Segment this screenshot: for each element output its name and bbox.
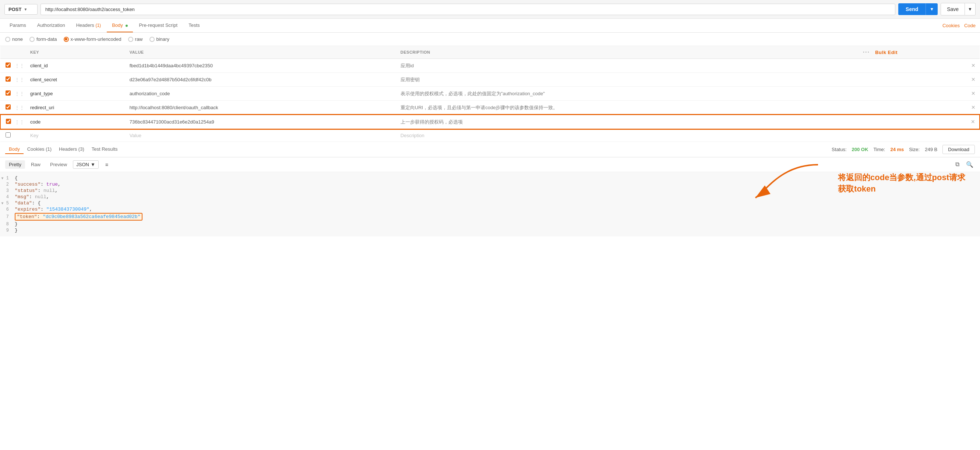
time-value: 24 ms [890,147,904,152]
resp-tab-raw[interactable]: Raw [27,160,44,169]
table-row: ⋮⋮code736bc834471000acd31e6e2d0a1254a9上一… [0,115,980,129]
bulk-edit-button[interactable]: Bulk Edit [875,50,897,55]
resp-tab-pretty[interactable]: Pretty [5,160,25,169]
size-label: Size: [909,147,920,152]
method-chevron-icon: ▼ [24,7,27,11]
status-value: 200 OK [852,147,869,152]
cookies-link[interactable]: Cookies [942,23,960,28]
response-icons: ⧉ 🔍 [954,160,975,170]
line-number: 4 [0,195,15,200]
row-delete-icon[interactable]: × [971,118,975,125]
tab-params[interactable]: Params [5,19,31,32]
key-placeholder: Key [30,133,38,138]
radio-none[interactable]: none [5,36,23,42]
save-arrow-button[interactable]: ▼ [965,3,975,16]
params-table: KEY VALUE DESCRIPTION ··· Bulk Edit ⋮⋮cl… [0,46,980,142]
row-key: code [26,115,125,129]
response-format-toolbar: Pretty Raw Preview JSON ▼ ≡ ⧉ 🔍 [0,157,980,172]
tab-prerequest[interactable]: Pre-request Script [134,19,183,32]
radio-urlencoded[interactable]: x-www-form-urlencoded [64,36,121,42]
line-content: } [15,221,18,227]
row-delete-icon[interactable]: × [971,76,975,83]
row-key: client_id [26,59,125,73]
row-checkbox[interactable] [6,105,11,109]
response-tab-cookies[interactable]: Cookies (1) [24,145,55,154]
tab-authorization[interactable]: Authorization [32,19,70,32]
row-checkbox[interactable] [6,62,11,68]
response-tabs-row: Body Cookies (1) Headers (3) Test Result… [0,142,980,157]
row-key: grant_type [26,87,125,101]
radio-circle-raw [128,37,133,42]
line-number: 2 [0,182,15,187]
url-input[interactable] [40,4,895,15]
line-number: ▼ 1 [0,176,15,181]
row-key: redirect_uri [26,101,125,115]
top-bar: POST ▼ Send ▼ Save ▼ [0,0,980,19]
format-select[interactable]: JSON ▼ [73,160,99,169]
download-button[interactable]: Download [942,145,975,154]
tab-body[interactable]: Body [107,19,133,32]
wrap-button[interactable]: ≡ [102,160,111,169]
table-row: KeyValueDescription [0,129,980,142]
value-placeholder: Value [130,133,142,138]
row-delete-icon[interactable]: × [971,62,975,69]
radio-raw[interactable]: raw [128,36,143,42]
radio-label-form-data: form-data [37,36,57,42]
radio-circle-none [5,37,10,42]
response-tab-body[interactable]: Body [5,145,24,154]
line-content: "data": { [15,200,40,206]
send-button[interactable]: Send [898,3,926,15]
line-content: } [15,228,18,233]
drag-handle-icon[interactable]: ⋮⋮ [15,63,24,68]
search-icon[interactable]: 🔍 [964,160,975,170]
line-content: "token": "dc9c0be8983a562ca6eafe9845ead0… [15,213,142,220]
row-value: d23e06a97e2d4887b504d2c6fdf42c0b [125,73,396,87]
row-delete-icon[interactable]: × [971,90,975,97]
tab-tests[interactable]: Tests [183,19,205,32]
table-row: ⋮⋮grant_typeauthorization_code表示使用的授权模式，… [0,87,980,101]
row-key: client_secret [26,73,125,87]
table-row: ⋮⋮client_idfbed1d1b4b1449daa4bc49397cbe2… [0,59,980,73]
code-line: ▼ 5 "data": { [0,200,980,206]
drag-handle-icon[interactable]: ⋮⋮ [15,77,24,82]
row-checkbox[interactable] [6,90,11,96]
row-delete-icon[interactable]: × [971,104,975,111]
headers-badge: (1) [95,23,101,28]
radio-binary[interactable]: binary [150,36,169,42]
line-number: 6 [0,207,15,212]
radio-label-none: none [12,36,23,42]
drag-handle-icon[interactable]: ⋮⋮ [15,119,24,125]
radio-form-data[interactable]: form-data [29,36,57,42]
resp-tab-preview[interactable]: Preview [46,160,71,169]
save-button[interactable]: Save [940,3,965,16]
method-select[interactable]: POST ▼ [5,4,38,15]
row-checkbox[interactable] [6,132,11,138]
code-line: 9} [0,227,980,233]
row-description: 应用id [396,59,859,73]
size-value: 249 B [925,147,937,152]
drag-handle-icon[interactable]: ⋮⋮ [15,91,24,96]
code-line: 3 "status": null, [0,187,980,194]
drag-handle-icon[interactable]: ⋮⋮ [15,105,24,110]
method-label: POST [8,6,21,12]
format-chevron-icon: ▼ [91,162,95,167]
dots-button[interactable]: ··· [863,49,870,55]
row-checkbox[interactable] [6,119,11,124]
code-line: 7 "token": "dc9c0be8983a562ca6eafe9845ea… [0,212,980,221]
line-content: "msg": null, [15,194,49,200]
row-value: http://localhost:8080/client/oauth_callb… [125,101,396,115]
row-checkbox[interactable] [6,76,11,82]
send-arrow-button[interactable]: ▼ [926,3,938,15]
code-link[interactable]: Code [964,23,975,28]
copy-icon[interactable]: ⧉ [954,160,961,170]
radio-circle-urlencoded [64,37,69,42]
tab-headers[interactable]: Headers (1) [71,19,106,32]
params-table-wrapper: KEY VALUE DESCRIPTION ··· Bulk Edit ⋮⋮cl… [0,46,980,142]
code-line: 6 "expires": "1543843730049", [0,206,980,212]
response-tab-test-results[interactable]: Test Results [88,145,121,154]
line-number: 3 [0,188,15,193]
col-description: DESCRIPTION [396,46,859,59]
row-description: 应用密钥 [396,73,859,87]
response-tab-headers[interactable]: Headers (3) [55,145,88,154]
line-content: { [15,175,18,181]
